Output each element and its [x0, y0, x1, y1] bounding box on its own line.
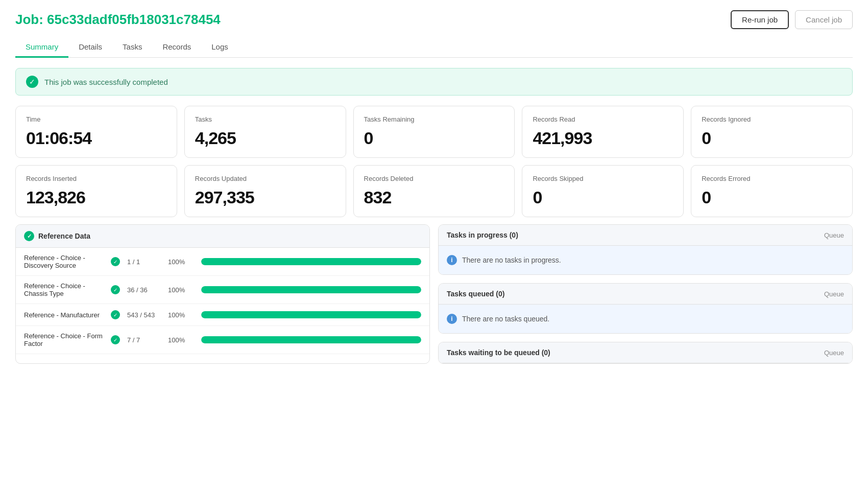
stat-records-read-label: Records Read [533, 115, 673, 123]
stat-records-inserted-value: 123,826 [26, 188, 166, 207]
ref-pct-0: 100% [168, 258, 196, 266]
ref-row-0: Reference - Choice - Discovery Source ✓ … [16, 248, 429, 276]
stat-records-inserted: Records Inserted 123,826 [15, 165, 177, 217]
tasks-in-progress-header: Tasks in progress (0) Queue [439, 225, 852, 246]
tasks-queued-panel: Tasks queued (0) Queue i There are no ta… [438, 283, 853, 334]
tab-tasks[interactable]: Tasks [112, 37, 152, 58]
stat-tasks-value: 4,265 [195, 128, 335, 148]
stat-tasks-remaining: Tasks Remaining 0 [353, 106, 515, 158]
stat-records-errored-label: Records Errored [702, 175, 842, 182]
tasks-waiting-header: Tasks waiting to be queued (0) Queue [439, 342, 852, 363]
tasks-in-progress-empty: i There are no tasks in progress. [439, 246, 852, 274]
stat-records-updated: Records Updated 297,335 [184, 165, 346, 217]
tab-bar: Summary Details Tasks Records Logs [15, 37, 853, 58]
stat-records-skipped-value: 0 [533, 188, 673, 207]
ref-count-0: 1 / 1 [127, 258, 163, 266]
ref-check-1: ✓ [111, 285, 120, 294]
ref-name-2: Reference - Manufacturer [24, 311, 106, 319]
ref-progress-2 [201, 311, 421, 318]
ref-pct-3: 100% [168, 336, 196, 344]
reference-data-panel: ✓ Reference Data Reference - Choice - Di… [15, 224, 430, 364]
ref-progress-fill-1 [201, 286, 421, 293]
tab-details[interactable]: Details [68, 37, 112, 58]
ref-progress-fill-0 [201, 258, 421, 265]
tab-logs[interactable]: Logs [201, 37, 238, 58]
stats-row-1: Time 01:06:54 Tasks 4,265 Tasks Remainin… [15, 106, 853, 158]
stat-records-updated-label: Records Updated [195, 175, 335, 182]
ref-check-0: ✓ [111, 257, 120, 266]
ref-count-3: 7 / 7 [127, 336, 163, 344]
page-wrapper: Job: 65c33dadf05fb18031c78454 Re-run job… [0, 0, 868, 489]
ref-progress-3 [201, 336, 421, 343]
main-content: ✓ This job was successfully completed Ti… [0, 58, 868, 374]
ref-pct-2: 100% [168, 311, 196, 319]
reference-data-header: ✓ Reference Data [16, 225, 429, 248]
tasks-queued-empty: i There are no tasks queued. [439, 305, 852, 333]
ref-row-2: Reference - Manufacturer ✓ 543 / 543 100… [16, 304, 429, 326]
ref-count-1: 36 / 36 [127, 286, 163, 294]
stat-time-label: Time [26, 115, 166, 123]
info-icon-queued: i [447, 314, 457, 324]
stat-records-errored-value: 0 [702, 188, 842, 207]
reference-data-title: Reference Data [38, 232, 90, 240]
stat-records-errored: Records Errored 0 [691, 165, 853, 217]
tasks-queued-message: There are no tasks queued. [462, 315, 549, 323]
ref-name-1: Reference - Choice - Chassis Type [24, 282, 106, 297]
stat-records-ignored-value: 0 [702, 128, 842, 148]
tasks-in-progress-panel: Tasks in progress (0) Queue i There are … [438, 224, 853, 275]
header: Job: 65c33dadf05fb18031c78454 Re-run job… [0, 0, 868, 58]
reference-data-icon: ✓ [24, 231, 34, 241]
tasks-in-progress-message: There are no tasks in progress. [462, 256, 561, 264]
tasks-waiting-title: Tasks waiting to be queued (0) [447, 348, 550, 357]
ref-progress-0 [201, 258, 421, 265]
ref-name-0: Reference - Choice - Discovery Source [24, 254, 106, 269]
stat-records-inserted-label: Records Inserted [26, 175, 166, 182]
tasks-queued-title: Tasks queued (0) [447, 290, 504, 298]
stat-records-read-value: 421,993 [533, 128, 673, 148]
tab-summary[interactable]: Summary [15, 37, 68, 58]
stats-row-2: Records Inserted 123,826 Records Updated… [15, 165, 853, 217]
stat-records-updated-value: 297,335 [195, 188, 335, 207]
stat-records-skipped-label: Records Skipped [533, 175, 673, 182]
ref-count-2: 543 / 543 [127, 311, 163, 319]
tasks-queued-header: Tasks queued (0) Queue [439, 284, 852, 305]
tab-records[interactable]: Records [152, 37, 201, 58]
success-banner: ✓ This job was successfully completed [15, 68, 853, 96]
stat-tasks-remaining-label: Tasks Remaining [364, 115, 504, 123]
ref-name-3: Reference - Choice - Form Factor [24, 332, 106, 347]
job-title-row: Job: 65c33dadf05fb18031c78454 Re-run job… [15, 10, 853, 29]
stat-tasks-remaining-value: 0 [364, 128, 504, 148]
stat-records-deleted-value: 832 [364, 188, 504, 207]
job-title: Job: 65c33dadf05fb18031c78454 [15, 12, 221, 28]
ref-pct-1: 100% [168, 286, 196, 294]
ref-progress-fill-2 [201, 311, 421, 318]
ref-row-1: Reference - Choice - Chassis Type ✓ 36 /… [16, 276, 429, 304]
tasks-in-progress-title: Tasks in progress (0) [447, 231, 518, 239]
stat-time-value: 01:06:54 [26, 128, 166, 148]
cancel-job-button[interactable]: Cancel job [795, 10, 853, 29]
tasks-queued-queue: Queue [824, 290, 844, 298]
stat-tasks-label: Tasks [195, 115, 335, 123]
info-icon-progress: i [447, 255, 457, 265]
ref-progress-1 [201, 286, 421, 293]
ref-progress-fill-3 [201, 336, 421, 343]
ref-check-3: ✓ [111, 335, 120, 344]
success-icon: ✓ [26, 76, 38, 88]
tasks-waiting-panel: Tasks waiting to be queued (0) Queue [438, 342, 853, 364]
stat-records-ignored-label: Records Ignored [702, 115, 842, 123]
stat-time: Time 01:06:54 [15, 106, 177, 158]
stat-records-skipped: Records Skipped 0 [522, 165, 684, 217]
success-message: This job was successfully completed [44, 78, 168, 86]
ref-row-3: Reference - Choice - Form Factor ✓ 7 / 7… [16, 326, 429, 354]
tasks-in-progress-queue: Queue [824, 231, 844, 239]
header-buttons: Re-run job Cancel job [731, 10, 853, 29]
stat-records-deleted-label: Records Deleted [364, 175, 504, 182]
right-panels: Tasks in progress (0) Queue i There are … [438, 224, 853, 364]
stat-tasks: Tasks 4,265 [184, 106, 346, 158]
stat-records-deleted: Records Deleted 832 [353, 165, 515, 217]
rerun-job-button[interactable]: Re-run job [731, 10, 789, 29]
stat-records-ignored: Records Ignored 0 [691, 106, 853, 158]
lower-section: ✓ Reference Data Reference - Choice - Di… [15, 224, 853, 364]
ref-check-2: ✓ [111, 310, 120, 319]
tasks-waiting-queue: Queue [824, 349, 844, 357]
